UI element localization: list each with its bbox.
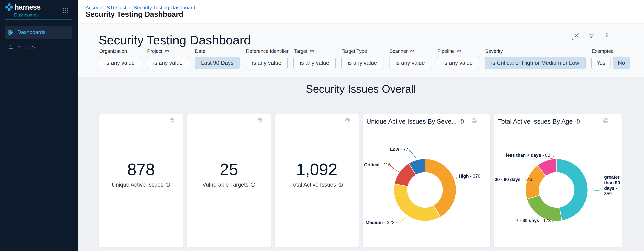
breadcrumb-separator: › <box>129 4 131 10</box>
globe-icon[interactable] <box>345 118 350 123</box>
filter-value-chip[interactable]: is any value <box>246 57 288 69</box>
stat-label: Total Active Issues <box>290 182 336 188</box>
filter-label: Scanner <box>390 48 415 54</box>
filter-label: Date <box>195 48 205 54</box>
filter-value-chip[interactable]: is any value <box>437 57 479 69</box>
donut-label-low: Low - 77 <box>390 147 408 152</box>
filter-value-chip[interactable]: is Critical or High or Medium or Low <box>485 57 586 69</box>
donut-leader-line <box>390 165 399 172</box>
filter-value-chip[interactable]: is any value <box>341 57 384 69</box>
chart-card-unique-active-issues-by-severity: Unique Active Issues By Seve... High - 3… <box>362 114 490 248</box>
sidebar: harness Dashboards Dashboards Folders <box>0 0 78 251</box>
filter-label: Target <box>294 48 314 54</box>
cards-row: 878 Unique Active Issues 25 Vulnerable T… <box>99 114 622 248</box>
filter-icon[interactable] <box>588 33 594 39</box>
donut-leader-line <box>396 216 406 223</box>
donut-label-critical: Critical - 116 <box>364 162 391 168</box>
info-icon[interactable] <box>165 182 170 187</box>
filter-target: Targetis any value <box>294 48 336 69</box>
filter-label: Target Type <box>342 48 367 54</box>
donut-slice-medium[interactable] <box>394 184 440 221</box>
stat-card-vulnerable-targets: 25 Vulnerable Targets <box>187 114 271 248</box>
module-subtitle: Dashboards <box>14 12 39 18</box>
donut-leader-line <box>550 156 554 159</box>
stat-card-total-active-issues: 1,092 Total Active Issues <box>275 114 359 248</box>
link-icon <box>457 49 462 54</box>
filter-reference-identifier: Reference Identifieris any value <box>246 48 288 69</box>
stat-value: 878 <box>99 159 183 180</box>
donut-leader-line <box>409 150 416 159</box>
sidebar-item-folders[interactable]: Folders <box>5 40 72 53</box>
filter-bar: Organizationis any valueProjectis any va… <box>99 48 630 69</box>
sidebar-nav: Dashboards Folders <box>5 25 72 53</box>
filter-label: Project <box>147 48 169 54</box>
info-icon[interactable] <box>250 182 256 187</box>
donut-label-high: High - 370 <box>459 173 480 179</box>
breadcrumb-dashboard-link[interactable]: Security Testing Dashboard <box>134 5 195 10</box>
globe-icon[interactable] <box>169 118 174 123</box>
harness-logo-icon <box>5 3 14 11</box>
filter-value-chip[interactable]: is any value <box>147 57 189 69</box>
filter-label: Severity <box>485 48 503 54</box>
filter-target-type: Target Typeis any value <box>341 48 384 69</box>
filter-label: Exempted <box>592 48 614 54</box>
sidebar-item-label: Folders <box>17 44 35 50</box>
stat-label: Vulnerable Targets <box>202 182 248 188</box>
link-icon <box>410 49 415 54</box>
exempted-no-button[interactable]: No <box>613 57 630 69</box>
donut-label-less-than-7-days: less than 7 days - 80 <box>506 153 550 158</box>
donut-leader-line <box>588 190 604 191</box>
donut-leader-line <box>456 176 457 182</box>
filter-label: Pipeline <box>437 48 462 54</box>
stat-value: 25 <box>187 159 271 180</box>
breadcrumb-account-link[interactable]: Account: STO test <box>86 5 126 10</box>
filter-pipeline: Pipelineis any value <box>437 48 479 69</box>
stat-value: 1,092 <box>275 159 359 180</box>
dashboards-icon <box>8 30 14 35</box>
chart-card-total-active-issues-by-age: Total Active Issues By Age greater than … <box>494 114 622 248</box>
filter-date: DateLast 90 Days <box>195 48 240 69</box>
filter-exempted: ExemptedYesNo <box>591 48 630 69</box>
info-icon[interactable] <box>338 182 343 187</box>
filter-severity: Severityis Critical or High or Medium or… <box>485 48 586 69</box>
donut-label-7-30-days: 7 - 30 days - 173 <box>516 218 551 224</box>
filter-value-chip[interactable]: is any value <box>389 57 431 69</box>
filter-label: Reference Identifier <box>246 48 288 54</box>
link-icon <box>164 49 170 54</box>
sidebar-item-dashboards[interactable]: Dashboards <box>5 25 72 39</box>
stat-label: Unique Active Issues <box>112 182 163 188</box>
dashboard-heading: Security Testing Dashboard <box>99 33 251 47</box>
filter-value-chip[interactable]: Last 90 Days <box>195 57 240 69</box>
filter-scanner: Scanneris any value <box>389 48 431 69</box>
section-title: Security Issues Overall <box>78 83 644 95</box>
exempted-yes-button[interactable]: Yes <box>591 57 610 69</box>
filter-organization: Organizationis any value <box>99 48 141 69</box>
filter-project: Projectis any value <box>147 48 189 69</box>
logo-text: harness <box>14 3 40 11</box>
donut-slice-greater-than-90-days[interactable] <box>557 159 588 221</box>
stat-card-unique-active-issues: 878 Unique Active Issues <box>99 114 183 248</box>
folder-icon <box>8 44 14 49</box>
page-title: Security Testing Dashboard <box>86 10 183 18</box>
donut-label-greater-than-90-days: greater than 90 days - 359 <box>604 175 622 197</box>
filter-label: Organization <box>99 48 127 54</box>
link-icon <box>310 49 314 54</box>
donut-chart[interactable] <box>363 114 491 248</box>
donut-label-medium: Medium - 322 <box>366 220 394 226</box>
breadcrumb: Account: STO test › Security Testing Das… <box>86 4 195 10</box>
sidebar-item-label: Dashboards <box>17 29 46 35</box>
filter-value-chip[interactable]: is any value <box>99 57 141 69</box>
filter-value-chip[interactable]: is any value <box>294 57 336 69</box>
donut-label-30-90-days: 30 - 90 days - 146 <box>495 177 532 182</box>
sidebar-divider <box>5 19 72 20</box>
harness-logo[interactable]: harness <box>5 3 40 11</box>
donut-slice-7-30-days[interactable] <box>527 195 562 221</box>
globe-icon[interactable] <box>257 118 262 123</box>
close-icon[interactable] <box>574 32 580 38</box>
cursor-dot <box>572 38 574 40</box>
kebab-menu-icon[interactable] <box>604 33 610 38</box>
module-grid-icon[interactable] <box>62 7 68 14</box>
